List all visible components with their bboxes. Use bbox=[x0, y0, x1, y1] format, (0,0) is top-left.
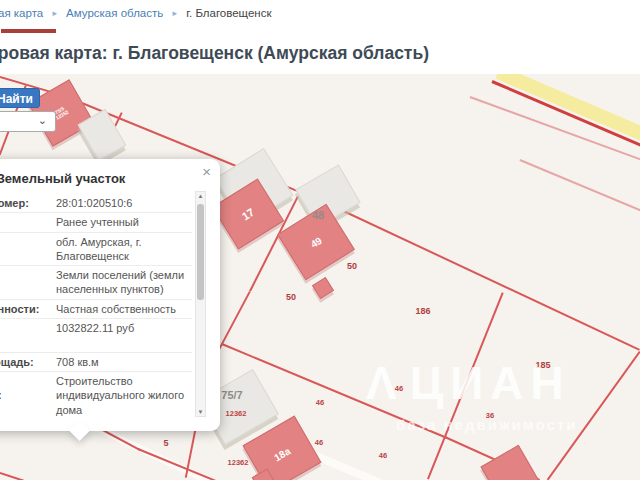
popup-row-label: Разрешенное использование: bbox=[0, 374, 56, 417]
parcel-number-label: 185 bbox=[535, 360, 550, 370]
popup-scrollbar[interactable]: ▲ ▼ bbox=[195, 191, 206, 417]
popup-row-label: Уточненная площадь: bbox=[0, 355, 56, 369]
page-header: Кадастровая карта ▸ Амурская область ▸ г… bbox=[0, 0, 640, 74]
popup-row-value: Строительство индивидуального жилого дом… bbox=[56, 374, 192, 417]
breadcrumb-separator-icon: ▸ bbox=[172, 8, 177, 18]
scroll-down-icon[interactable]: ▼ bbox=[196, 409, 205, 415]
popup-row: Кадастровый номер:28:01:020510:6 bbox=[0, 194, 192, 212]
parcel-number-label: 36 bbox=[486, 411, 494, 420]
popup-row-label: Форма собственности: bbox=[0, 302, 56, 316]
popup-row: Статус:Ранее учтенный bbox=[0, 212, 192, 231]
chevron-down-icon: ⌄ bbox=[38, 114, 47, 127]
parcel-number-label: 12362 bbox=[228, 458, 249, 467]
parcel-number-label: 5 bbox=[163, 438, 168, 448]
parcel-boundary-line bbox=[138, 448, 217, 480]
scroll-up-icon[interactable]: ▲ bbox=[196, 193, 205, 199]
parcel-boundary-line bbox=[491, 80, 640, 149]
popup-row-value: Ранее учтенный bbox=[56, 215, 139, 229]
popup-row-value: 1032822.11 руб bbox=[56, 321, 134, 350]
parcel-info-popup: Земельный участок × Кадастровый номер:28… bbox=[0, 159, 220, 431]
breadcrumb: Кадастровая карта ▸ Амурская область ▸ г… bbox=[0, 7, 271, 19]
building[interactable] bbox=[312, 277, 334, 299]
building-number-label: 49 bbox=[308, 234, 323, 249]
popup-row: Кадастровая стоимость:1032822.11 руб bbox=[0, 318, 192, 352]
popup-row: Адрес:обл. Амурская, г. Благовещенск bbox=[0, 232, 192, 266]
popup-row-label: Адрес: bbox=[0, 235, 56, 264]
popup-row-label: Статус: bbox=[0, 215, 56, 229]
breadcrumb-link-region[interactable]: Амурская область bbox=[66, 7, 163, 19]
popup-row-label: Кадастровая стоимость: bbox=[0, 321, 56, 350]
page-title: Кадастровая карта: г. Благовещенск (Амур… bbox=[0, 43, 429, 64]
popup-row-value: обл. Амурская, г. Благовещенск bbox=[56, 235, 192, 264]
parcel-number-label: 48 bbox=[312, 209, 324, 221]
parcel-number-label: 12362 bbox=[226, 409, 247, 418]
parcel-number-label: 186 bbox=[415, 306, 430, 316]
parcel-boundary-line bbox=[427, 293, 503, 480]
parcel-number-label: 46 bbox=[379, 451, 387, 460]
breadcrumb-separator-icon: ▸ bbox=[52, 8, 57, 18]
popup-row: Форма собственности:Частная собственност… bbox=[0, 299, 192, 318]
popup-row-value: Земли поселений (земли населенных пункто… bbox=[56, 268, 192, 297]
popup-row-value: Частная собственность bbox=[56, 302, 176, 316]
parcel-number-label: 50 bbox=[286, 292, 296, 302]
parcel-number-label: 75/7 bbox=[221, 389, 242, 401]
breadcrumb-current-city: г. Благовещенск bbox=[186, 7, 271, 19]
breadcrumb-link-cadastral-map[interactable]: Кадастровая карта bbox=[0, 7, 43, 19]
header-red-bar bbox=[1, 29, 56, 33]
region-select-dropdown[interactable]: ⌄ bbox=[0, 111, 56, 132]
parcel-number-label: 46 bbox=[395, 384, 403, 393]
popup-row: Уточненная площадь:708 кв.м bbox=[0, 352, 192, 371]
parcel-number-label: 50 bbox=[347, 261, 357, 271]
popup-row: Категория:Земли поселений (земли населен… bbox=[0, 265, 192, 299]
popup-row: Разрешенное использование:Строительство … bbox=[0, 371, 192, 419]
parcel-number-label: 46 bbox=[316, 398, 324, 407]
parcel-boundary-line bbox=[520, 159, 640, 211]
building-number-label: 18а bbox=[272, 445, 292, 463]
popup-row-label: Кадастровый номер: bbox=[0, 196, 56, 210]
scrollbar-thumb[interactable] bbox=[197, 204, 204, 300]
popup-row-label: Категория: bbox=[0, 268, 56, 297]
popup-title: Земельный участок bbox=[0, 171, 208, 186]
popup-attribute-table: Кадастровый номер:28:01:020510:6Статус:Р… bbox=[0, 194, 192, 419]
popup-row-value: 708 кв.м bbox=[56, 355, 99, 369]
find-button[interactable]: Найти bbox=[0, 88, 40, 108]
parcel-boundary-line bbox=[320, 199, 640, 350]
parcel-number-label: 46 bbox=[315, 438, 323, 447]
building-number-label: 17 bbox=[240, 206, 257, 223]
parcel-boundary-line bbox=[0, 472, 40, 480]
parcel-boundary-line bbox=[547, 352, 640, 480]
close-icon[interactable]: × bbox=[202, 164, 211, 179]
popup-row-value: 28:01:020510:6 bbox=[56, 196, 132, 210]
building[interactable] bbox=[480, 445, 539, 480]
